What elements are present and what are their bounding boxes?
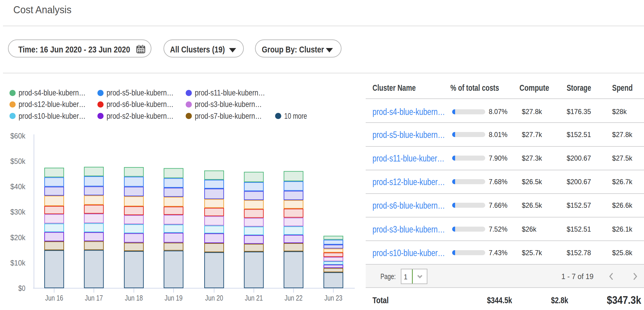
svg-text:Jun 20: Jun 20 <box>205 294 223 302</box>
svg-text:$40k: $40k <box>10 182 25 191</box>
svg-text:$10k: $10k <box>10 259 25 267</box>
svg-text:$30k: $30k <box>10 208 25 216</box>
svg-text:$50k: $50k <box>10 157 25 165</box>
svg-text:Jun 22: Jun 22 <box>285 294 303 302</box>
svg-text:Jun 19: Jun 19 <box>165 294 183 302</box>
svg-text:$60k: $60k <box>10 132 25 140</box>
svg-text:Jun 23: Jun 23 <box>324 294 342 302</box>
svg-text:Jun 17: Jun 17 <box>85 294 103 302</box>
svg-text:Jun 16: Jun 16 <box>45 294 63 302</box>
svg-text:$0: $0 <box>18 284 25 292</box>
svg-text:Jun 18: Jun 18 <box>125 294 143 302</box>
svg-text:Jun 21: Jun 21 <box>245 294 263 302</box>
svg-text:$20k: $20k <box>10 233 25 242</box>
